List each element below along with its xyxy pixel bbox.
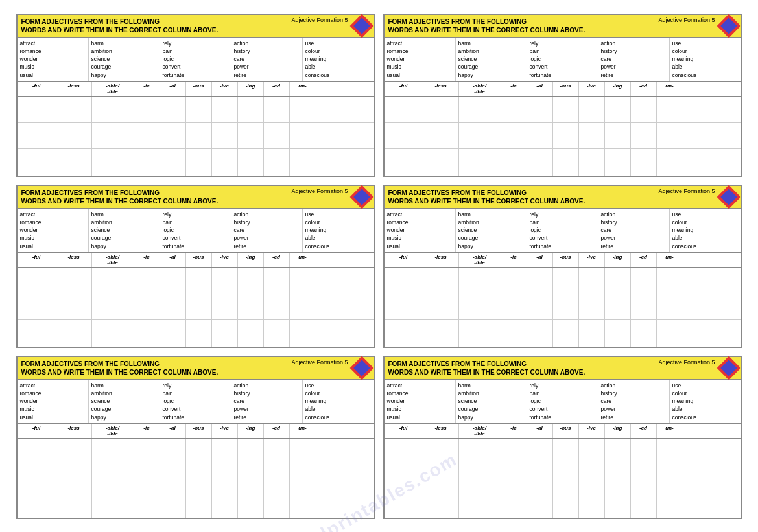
- table-cell-r2-c3[interactable]: [92, 294, 134, 319]
- table-cell-r3-c7[interactable]: [212, 320, 238, 346]
- table-cell-r1-c3[interactable]: [459, 268, 501, 293]
- table-cell-r2-c3[interactable]: [459, 465, 501, 491]
- table-cell-r1-c3[interactable]: [459, 439, 501, 464]
- table-cell-r3-c10[interactable]: [290, 491, 316, 517]
- table-cell-r3-c6[interactable]: [186, 491, 212, 517]
- table-cell-r2-c8[interactable]: [605, 465, 631, 491]
- table-cell-r2-c1[interactable]: [18, 123, 56, 148]
- table-cell-r1-c8[interactable]: [605, 439, 631, 464]
- table-cell-r1-c7[interactable]: [212, 268, 238, 293]
- table-cell-r1-c1[interactable]: [385, 439, 423, 464]
- table-cell-r2-c4[interactable]: [134, 465, 160, 491]
- table-cell-r3-c7[interactable]: [579, 491, 605, 517]
- table-cell-r2-c4[interactable]: [134, 294, 160, 319]
- table-cell-r1-c4[interactable]: [134, 439, 160, 464]
- table-cell-r2-c2[interactable]: [423, 294, 459, 319]
- table-cell-r1-c8[interactable]: [605, 268, 631, 293]
- table-cell-r1-c7[interactable]: [212, 97, 238, 122]
- table-cell-r2-c9[interactable]: [631, 465, 657, 491]
- table-cell-r3-c3[interactable]: [459, 149, 501, 175]
- table-cell-r1-c1[interactable]: [18, 268, 56, 293]
- table-cell-r3-c1[interactable]: [18, 320, 56, 346]
- table-cell-r1-c9[interactable]: [631, 268, 657, 293]
- table-cell-r3-c6[interactable]: [186, 320, 212, 346]
- table-cell-r1-c1[interactable]: [385, 268, 423, 293]
- table-cell-r1-c8[interactable]: [605, 97, 631, 122]
- table-cell-r1-c9[interactable]: [631, 97, 657, 122]
- table-cell-r2-c10[interactable]: [290, 294, 316, 319]
- table-cell-r1-c5[interactable]: [160, 97, 186, 122]
- table-cell-r2-c7[interactable]: [212, 294, 238, 319]
- table-cell-r3-c8[interactable]: [605, 491, 631, 517]
- table-cell-r3-c2[interactable]: [423, 149, 459, 175]
- table-cell-r3-c1[interactable]: [18, 491, 56, 517]
- table-cell-r2-c5[interactable]: [160, 465, 186, 491]
- table-cell-r2-c5[interactable]: [527, 123, 553, 148]
- table-cell-r2-c4[interactable]: [134, 123, 160, 148]
- table-cell-r3-c3[interactable]: [92, 149, 134, 175]
- table-cell-r2-c10[interactable]: [657, 465, 683, 491]
- table-cell-r2-c2[interactable]: [56, 294, 92, 319]
- table-cell-r3-c7[interactable]: [579, 149, 605, 175]
- table-cell-r2-c8[interactable]: [605, 123, 631, 148]
- table-cell-r1-c3[interactable]: [92, 97, 134, 122]
- table-cell-r3-c2[interactable]: [56, 149, 92, 175]
- table-cell-r3-c7[interactable]: [579, 320, 605, 346]
- table-cell-r3-c6[interactable]: [553, 491, 579, 517]
- table-cell-r3-c8[interactable]: [605, 320, 631, 346]
- table-cell-r1-c7[interactable]: [579, 439, 605, 464]
- table-cell-r3-c4[interactable]: [134, 149, 160, 175]
- table-cell-r3-c10[interactable]: [657, 149, 683, 175]
- table-cell-r2-c2[interactable]: [423, 465, 459, 491]
- table-cell-r1-c4[interactable]: [501, 439, 527, 464]
- table-cell-r1-c3[interactable]: [92, 268, 134, 293]
- table-cell-r2-c1[interactable]: [18, 465, 56, 491]
- table-cell-r3-c8[interactable]: [238, 149, 264, 175]
- table-cell-r3-c9[interactable]: [631, 149, 657, 175]
- table-cell-r3-c3[interactable]: [92, 491, 134, 517]
- table-cell-r3-c9[interactable]: [631, 491, 657, 517]
- table-cell-r2-c9[interactable]: [264, 465, 290, 491]
- table-cell-r1-c2[interactable]: [56, 97, 92, 122]
- table-cell-r3-c4[interactable]: [501, 149, 527, 175]
- table-cell-r2-c7[interactable]: [212, 465, 238, 491]
- table-cell-r1-c4[interactable]: [501, 268, 527, 293]
- table-cell-r3-c3[interactable]: [92, 320, 134, 346]
- table-cell-r3-c2[interactable]: [56, 491, 92, 517]
- table-cell-r1-c8[interactable]: [238, 439, 264, 464]
- table-cell-r3-c2[interactable]: [423, 491, 459, 517]
- table-cell-r1-c5[interactable]: [160, 268, 186, 293]
- table-cell-r3-c3[interactable]: [459, 491, 501, 517]
- table-cell-r2-c5[interactable]: [160, 294, 186, 319]
- table-cell-r3-c4[interactable]: [501, 491, 527, 517]
- table-cell-r2-c9[interactable]: [631, 123, 657, 148]
- table-cell-r1-c7[interactable]: [579, 268, 605, 293]
- table-cell-r3-c1[interactable]: [18, 149, 56, 175]
- table-cell-r3-c2[interactable]: [423, 320, 459, 346]
- table-cell-r3-c7[interactable]: [212, 491, 238, 517]
- table-cell-r1-c5[interactable]: [527, 97, 553, 122]
- table-cell-r1-c2[interactable]: [423, 439, 459, 464]
- table-cell-r1-c2[interactable]: [56, 268, 92, 293]
- table-cell-r1-c9[interactable]: [264, 268, 290, 293]
- table-cell-r1-c10[interactable]: [290, 439, 316, 464]
- table-cell-r2-c10[interactable]: [657, 123, 683, 148]
- table-cell-r2-c3[interactable]: [459, 123, 501, 148]
- table-cell-r1-c6[interactable]: [553, 97, 579, 122]
- table-cell-r2-c3[interactable]: [459, 294, 501, 319]
- table-cell-r2-c8[interactable]: [238, 465, 264, 491]
- table-cell-r1-c10[interactable]: [290, 97, 316, 122]
- table-cell-r3-c9[interactable]: [264, 491, 290, 517]
- table-cell-r3-c7[interactable]: [212, 149, 238, 175]
- table-cell-r1-c9[interactable]: [264, 97, 290, 122]
- table-cell-r1-c5[interactable]: [527, 268, 553, 293]
- table-cell-r3-c5[interactable]: [527, 149, 553, 175]
- table-cell-r3-c6[interactable]: [186, 149, 212, 175]
- table-cell-r1-c9[interactable]: [631, 439, 657, 464]
- table-cell-r1-c6[interactable]: [553, 439, 579, 464]
- table-cell-r3-c5[interactable]: [527, 320, 553, 346]
- table-cell-r3-c2[interactable]: [56, 320, 92, 346]
- table-cell-r3-c5[interactable]: [160, 491, 186, 517]
- table-cell-r2-c9[interactable]: [264, 294, 290, 319]
- table-cell-r3-c10[interactable]: [657, 320, 683, 346]
